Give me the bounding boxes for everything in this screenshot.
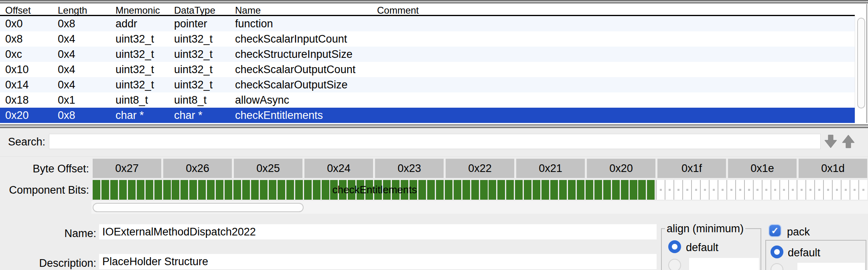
byte-offset-box: 0x23 bbox=[375, 159, 444, 178]
pack-custom-value-field[interactable] bbox=[797, 263, 865, 270]
column-header-mnemonic[interactable]: Mnemonic bbox=[116, 5, 160, 16]
cell-name: function bbox=[235, 16, 273, 31]
bit-cell-empty[interactable] bbox=[665, 180, 673, 200]
bit-placeholder-dot bbox=[722, 189, 724, 191]
bit-placeholder-dot bbox=[695, 189, 697, 191]
cell-mnemonic: char * bbox=[116, 108, 144, 123]
table-row[interactable]: 0x140x4uint32_tuint32_tcheckScalarOutput… bbox=[0, 77, 855, 92]
pack-checkbox[interactable]: ✓ bbox=[769, 225, 781, 236]
bit-cell-empty[interactable] bbox=[805, 180, 814, 200]
byte-offset-box: 0x1d bbox=[799, 159, 867, 178]
table-row[interactable]: 0x80x4uint32_tuint32_tcheckScalarInputCo… bbox=[0, 31, 855, 47]
bit-cell-empty[interactable] bbox=[814, 180, 823, 200]
bit-cell-empty[interactable] bbox=[726, 180, 735, 200]
table-row[interactable]: 0x00x8addrpointerfunction bbox=[0, 16, 855, 31]
column-header-datatype[interactable]: DataType bbox=[174, 5, 215, 16]
table-row[interactable]: 0x100x4uint32_tuint32_tcheckScalarOutput… bbox=[0, 62, 855, 77]
bit-cell-empty[interactable] bbox=[779, 180, 788, 200]
column-header-comment[interactable]: Comment bbox=[377, 5, 419, 16]
align-custom-value-field[interactable] bbox=[689, 258, 759, 270]
bitfield-panel: Byte Offset: Component Bits: 0x270x260x2… bbox=[0, 157, 868, 270]
cell-datatype: uint32_t bbox=[174, 62, 213, 77]
structure-name-field[interactable] bbox=[99, 224, 657, 239]
cell-datatype: uint32_t bbox=[174, 47, 213, 62]
bit-cell-empty[interactable] bbox=[797, 180, 805, 200]
fields-table: Offset Length Mnemonic DataType Name Com… bbox=[0, 4, 868, 123]
cell-length: 0x8 bbox=[58, 16, 75, 31]
vertical-scrollbar-thumb[interactable] bbox=[857, 18, 865, 108]
cell-name: checkEntitlements bbox=[235, 108, 323, 123]
table-row[interactable]: 0x180x1uint8_tuint8_tallowAsync bbox=[0, 92, 855, 108]
cell-datatype: uint32_t bbox=[174, 77, 213, 92]
bits-horizontal-scrollbar[interactable] bbox=[91, 201, 868, 214]
bit-cell-empty[interactable] bbox=[691, 180, 700, 200]
bit-cell-empty[interactable] bbox=[735, 180, 744, 200]
bit-cell-empty[interactable] bbox=[841, 180, 850, 200]
structure-description-field[interactable] bbox=[99, 254, 657, 269]
bit-cell-empty[interactable] bbox=[753, 180, 762, 200]
cell-length: 0x4 bbox=[58, 77, 75, 92]
bit-placeholder-dot bbox=[854, 189, 856, 191]
cell-mnemonic: uint32_t bbox=[116, 77, 154, 92]
bit-cell-empty[interactable] bbox=[656, 180, 665, 200]
cell-name: checkScalarOutputCount bbox=[235, 62, 355, 77]
bit-cell-empty[interactable] bbox=[858, 180, 867, 200]
byte-offset-box: 0x27 bbox=[93, 159, 161, 178]
cell-name: checkScalarInputCount bbox=[235, 31, 347, 47]
search-input[interactable] bbox=[49, 134, 821, 149]
bit-cell-empty[interactable] bbox=[709, 180, 718, 200]
component-bits-label: Component Bits: bbox=[0, 184, 89, 196]
cell-offset: 0xc bbox=[5, 47, 22, 62]
table-row[interactable]: 0x200x8char *char *checkEntitlements bbox=[0, 108, 855, 123]
bit-cell-empty[interactable] bbox=[682, 180, 691, 200]
bit-cell-empty[interactable] bbox=[850, 180, 858, 200]
byte-offset-box: 0x24 bbox=[304, 159, 373, 178]
bit-cell-empty[interactable] bbox=[762, 180, 771, 200]
pack-default-label: default bbox=[788, 247, 820, 259]
bits-horizontal-scrollbar-thumb[interactable] bbox=[93, 203, 304, 212]
bit-placeholder-dot bbox=[774, 189, 776, 191]
splitter-handle-middle[interactable] bbox=[0, 123, 868, 128]
bit-cell-empty[interactable] bbox=[718, 180, 726, 200]
byte-offset-box: 0x25 bbox=[234, 159, 302, 178]
cell-mnemonic: uint32_t bbox=[116, 47, 154, 62]
search-next-icon[interactable] bbox=[823, 134, 838, 149]
bit-placeholder-dot bbox=[677, 189, 679, 191]
bit-placeholder-dot bbox=[713, 189, 715, 191]
bit-cell-empty[interactable] bbox=[673, 180, 682, 200]
column-header-offset[interactable]: Offset bbox=[5, 5, 31, 16]
cell-length: 0x4 bbox=[58, 62, 75, 77]
bit-cell-empty[interactable] bbox=[832, 180, 841, 200]
search-prev-icon[interactable] bbox=[841, 134, 856, 149]
byte-offset-label: Byte Offset: bbox=[0, 163, 89, 175]
bit-cell-empty[interactable] bbox=[700, 180, 709, 200]
pack-default-radio[interactable] bbox=[771, 245, 783, 258]
cell-datatype: pointer bbox=[174, 16, 207, 31]
bit-placeholder-dot bbox=[730, 189, 732, 191]
column-header-name[interactable]: Name bbox=[235, 5, 261, 16]
description-label: Description: bbox=[0, 257, 96, 270]
bit-placeholder-dot bbox=[783, 189, 785, 191]
bit-cell-empty[interactable] bbox=[744, 180, 753, 200]
splitter-handle-top[interactable] bbox=[0, 0, 868, 4]
align-default-label: default bbox=[686, 241, 718, 254]
bit-placeholder-dot bbox=[660, 189, 662, 191]
byte-offset-box: 0x22 bbox=[446, 159, 514, 178]
bit-placeholder-dot bbox=[827, 189, 829, 191]
cell-length: 0x1 bbox=[58, 92, 75, 108]
checkmark-icon: ✓ bbox=[771, 225, 779, 236]
bit-cell-empty[interactable] bbox=[771, 180, 779, 200]
column-header-length[interactable]: Length bbox=[58, 5, 87, 16]
cell-length: 0x4 bbox=[58, 31, 75, 47]
align-custom-radio[interactable] bbox=[668, 259, 681, 270]
bit-cell-empty[interactable] bbox=[823, 180, 832, 200]
search-label: Search: bbox=[8, 136, 45, 148]
table-row[interactable]: 0xc0x4uint32_tuint32_tcheckStructureInpu… bbox=[0, 47, 855, 62]
name-label: Name: bbox=[0, 227, 96, 240]
cell-name: checkScalarOutputSize bbox=[235, 77, 348, 92]
byte-offset-box: 0x20 bbox=[587, 159, 655, 178]
cell-offset: 0x14 bbox=[5, 77, 29, 92]
bit-cell-empty[interactable] bbox=[788, 180, 797, 200]
cell-offset: 0x8 bbox=[5, 31, 23, 47]
align-default-radio[interactable] bbox=[668, 240, 681, 253]
